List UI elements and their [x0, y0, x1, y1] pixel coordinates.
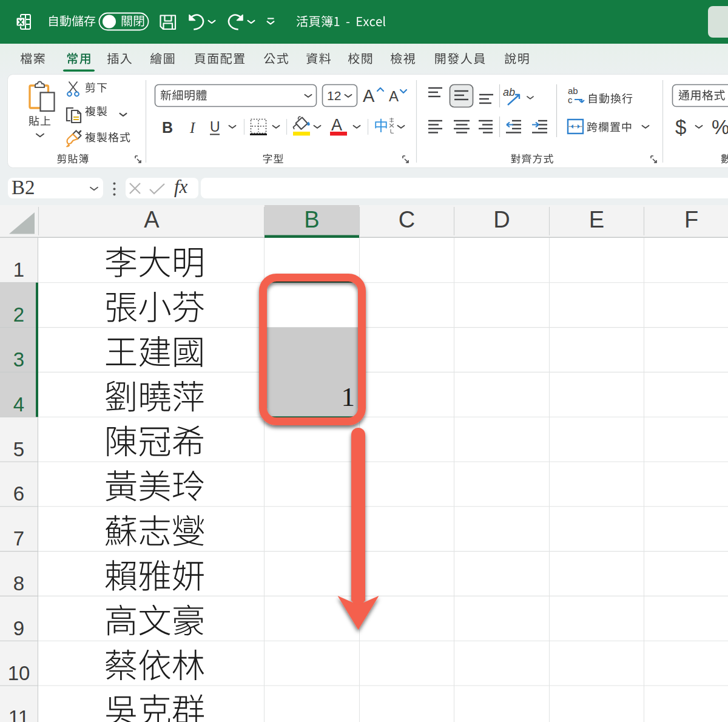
svg-text:B2: B2	[12, 177, 35, 198]
svg-text:D: D	[493, 207, 510, 232]
svg-text:E: E	[589, 207, 604, 232]
svg-text:1: 1	[342, 382, 356, 412]
svg-text:7: 7	[13, 527, 24, 550]
svg-text:ab: ab	[503, 86, 515, 98]
svg-text:B: B	[162, 119, 173, 136]
svg-text:5: 5	[13, 438, 24, 461]
svg-text:4: 4	[13, 393, 24, 416]
svg-text:A: A	[363, 86, 375, 106]
svg-text:1: 1	[13, 258, 24, 281]
svg-text:A: A	[389, 88, 399, 104]
svg-text:8: 8	[13, 572, 24, 595]
svg-text:12: 12	[327, 89, 341, 103]
svg-text:%: %	[712, 116, 728, 138]
svg-text:B: B	[304, 207, 319, 232]
svg-text:C: C	[399, 207, 415, 232]
svg-text:U: U	[210, 119, 220, 135]
svg-text:fx: fx	[174, 176, 188, 197]
svg-text:11: 11	[8, 706, 29, 722]
svg-text:F: F	[684, 207, 698, 232]
svg-text:$: $	[675, 116, 686, 138]
svg-text:3: 3	[13, 348, 24, 371]
svg-text:2: 2	[13, 303, 24, 326]
svg-text:9: 9	[13, 617, 24, 639]
svg-text:c: c	[568, 95, 573, 105]
svg-text:A: A	[144, 207, 160, 232]
svg-text:6: 6	[13, 482, 24, 505]
svg-text:A: A	[331, 116, 342, 134]
svg-text:10: 10	[8, 662, 30, 684]
